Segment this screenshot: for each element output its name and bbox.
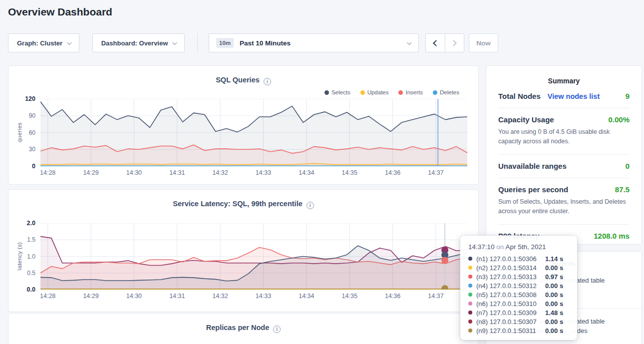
capacity-label: Capacity Usage: [498, 115, 554, 124]
tooltip-timestamp: 14:37:10 on Apr 5th, 2021: [468, 243, 569, 253]
chart-title: Service Latency: SQL, 99th percentilei: [8, 200, 478, 209]
info-icon[interactable]: i: [273, 326, 281, 333]
node-color-dot-icon: [468, 266, 472, 270]
y-tick-label: 1.5: [27, 236, 35, 243]
tooltip-node-label: (n9) 127.0.0.1:50311: [476, 327, 545, 335]
y-tick-label: 0.5: [27, 270, 35, 277]
info-icon[interactable]: i: [307, 202, 314, 209]
capacity-value: 0.00%: [608, 115, 630, 124]
tooltip-node-value: 0.97 s: [545, 273, 569, 281]
page-title: Overview Dashboard: [8, 6, 112, 18]
x-tick-label: 14:32: [212, 169, 228, 176]
y-tick-label: 120: [25, 95, 35, 102]
summary-row-qps: Queries per second 87.5 Sum of Selects, …: [498, 178, 630, 225]
p99-latency-value: 1208.0 ms: [594, 232, 630, 240]
unavailable-ranges-label: Unavailable ranges: [498, 162, 567, 170]
legend-item-inserts[interactable]: Inserts: [398, 89, 423, 95]
legend-item-updates[interactable]: Updates: [360, 89, 389, 95]
chevron-down-icon: [172, 40, 177, 45]
dashboard-dropdown-label: Dashboard: Overview: [101, 39, 168, 47]
y-tick-label: 2.0: [27, 220, 35, 227]
x-tick-label: 14:29: [83, 169, 98, 176]
legend-label: Updates: [367, 89, 389, 95]
tooltip-node-label: (n1) 127.0.0.1:50306: [476, 255, 545, 263]
legend-item-deletes[interactable]: Deletes: [433, 89, 459, 95]
legend-label: Inserts: [405, 89, 423, 95]
legend-dot-icon: [360, 90, 365, 95]
legend-dot-icon: [433, 90, 437, 95]
chevron-left-icon: [433, 40, 439, 46]
chart-legend: SelectsUpdatesInsertsDeletes: [324, 89, 459, 95]
qps-desc: Sum of Selects, Updates, Inserts, and De…: [498, 197, 630, 217]
chevron-down-icon: [67, 40, 72, 45]
x-tick-label: 14:36: [385, 169, 400, 176]
chevron-right-icon: [450, 40, 457, 46]
time-prev-button[interactable]: [426, 34, 445, 52]
x-tick-label: 14:36: [385, 293, 400, 300]
summary-row-total-nodes: Total Nodes View nodes list 9: [498, 85, 630, 108]
x-tick-label: 14:28: [40, 169, 55, 176]
chart-svg: [40, 99, 467, 166]
summary-title: Summary: [498, 75, 630, 85]
sql-queries-chart-panel: SQL Queriesi SelectsUpdatesInsertsDelete…: [8, 65, 479, 185]
chart-plot-area[interactable]: [40, 99, 467, 166]
time-next-button[interactable]: [445, 34, 464, 52]
tooltip-node-value: 0.00 s: [545, 318, 569, 326]
tooltip-rows: (n1) 127.0.0.1:503061.14 s(n2) 127.0.0.1…: [468, 254, 569, 335]
tooltip-row: (n4) 127.0.0.1:503120.00 s: [468, 281, 569, 290]
node-color-dot-icon: [468, 293, 472, 297]
summary-panel: Summary Total Nodes View nodes list 9 Ca…: [486, 65, 642, 245]
x-tick-label: 14:37: [428, 293, 443, 300]
node-color-dot-icon: [468, 329, 472, 333]
tooltip-row: (n2) 127.0.0.1:503140.00 s: [468, 263, 569, 272]
chart-plot-area[interactable]: [40, 223, 467, 290]
graph-dropdown-label: Graph: Cluster: [17, 39, 62, 47]
x-tick-label: 14:31: [169, 293, 185, 300]
dashboard-dropdown[interactable]: Dashboard: Overview: [92, 33, 185, 52]
tooltip-node-label: (n8) 127.0.0.1:50307: [476, 318, 545, 326]
legend-item-selects[interactable]: Selects: [324, 89, 350, 95]
overview-dashboard-page: Overview Dashboard Graph: Cluster Dashbo…: [0, 0, 644, 344]
tooltip-node-value: 1.48 s: [545, 309, 569, 317]
x-tick-label: 14:33: [256, 293, 271, 300]
node-color-dot-icon: [468, 302, 472, 306]
service-latency-chart-panel: Service Latency: SQL, 99th percentilei l…: [8, 189, 479, 312]
graph-dropdown[interactable]: Graph: Cluster: [8, 33, 79, 52]
tooltip-row: (n6) 127.0.0.1:503100.00 s: [468, 299, 569, 308]
x-tick-label: 14:37: [428, 169, 443, 176]
time-range-dropdown[interactable]: 10m Past 10 Minutes: [209, 33, 419, 52]
tooltip-node-label: (n2) 127.0.0.1:50314: [476, 264, 545, 272]
x-tick-label: 14:28: [40, 293, 55, 300]
x-tick-label: 14:29: [83, 293, 98, 300]
tooltip-node-label: (n7) 127.0.0.1:50309: [476, 309, 545, 317]
y-tick-label: 0.0: [27, 286, 35, 293]
x-axis-ticks: 14:2814:2914:3014:3114:3214:3314:3414:35…: [40, 169, 467, 177]
legend-label: Selects: [331, 89, 350, 95]
x-tick-label: 14:32: [212, 293, 228, 300]
total-nodes-value: 9: [626, 92, 630, 100]
info-icon[interactable]: i: [264, 78, 271, 85]
view-nodes-list-link[interactable]: View nodes list: [548, 92, 600, 100]
legend-dot-icon: [398, 90, 403, 95]
tooltip-row: (n1) 127.0.0.1:503061.14 s: [468, 254, 569, 263]
x-tick-label: 14:30: [126, 293, 142, 300]
node-color-dot-icon: [468, 284, 472, 288]
replicas-per-node-chart-panel: Replicas per Nodei: [8, 313, 479, 344]
now-button[interactable]: Now: [469, 33, 498, 52]
x-axis-ticks: 14:2814:2914:3014:3114:3214:3314:3414:35…: [40, 293, 467, 301]
tooltip-node-value: 0.00 s: [545, 282, 569, 290]
summary-row-capacity: Capacity Usage 0.00% You are using 0 B o…: [498, 108, 630, 155]
x-tick-label: 14:35: [342, 293, 357, 300]
tooltip-row: (n8) 127.0.0.1:503070.00 s: [468, 317, 569, 326]
y-tick-label: 30: [29, 146, 35, 153]
node-color-dot-icon: [468, 311, 472, 315]
tooltip-node-value: 1.14 s: [545, 255, 569, 263]
tooltip-node-value: 0.00 s: [545, 291, 569, 299]
x-tick-label: 14:31: [169, 169, 185, 176]
tooltip-node-label: (n6) 127.0.0.1:50310: [476, 300, 545, 308]
qps-value: 87.5: [615, 185, 630, 194]
x-tick-label: 14:33: [256, 169, 271, 176]
time-nav-group: [425, 33, 464, 52]
x-tick-label: 14:34: [299, 293, 314, 300]
node-color-dot-icon: [468, 275, 472, 279]
